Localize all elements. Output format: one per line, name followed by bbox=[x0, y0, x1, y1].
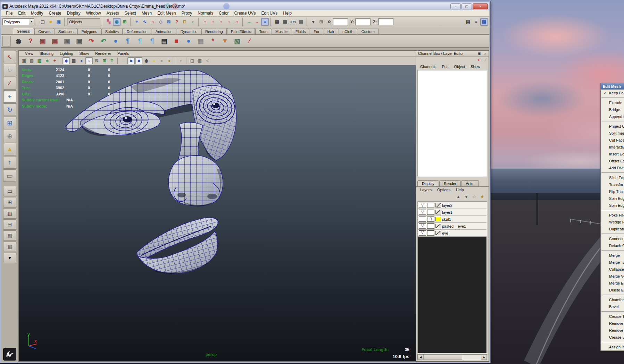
channel-box-header[interactable]: Channel Box / Layer Editor ▣ × bbox=[416, 51, 489, 57]
layer-visibility-toggle[interactable]: V bbox=[419, 230, 426, 236]
layout-persp-graph-alt[interactable]: ▧ bbox=[3, 242, 16, 252]
close-button[interactable]: × bbox=[473, 3, 488, 9]
title-bar[interactable]: ◉ Autodesk Maya 2012 x64: C:\Users\SKYMA… bbox=[1, 2, 489, 10]
scrollbar-thumb[interactable] bbox=[424, 355, 462, 360]
frame-all-icon[interactable]: ▢ bbox=[189, 57, 196, 64]
snap-projected-button[interactable]: ◇ bbox=[157, 18, 165, 26]
layer-tab-display[interactable]: Display bbox=[417, 180, 439, 186]
toolbar-group-separator[interactable] bbox=[35, 18, 38, 26]
layer-editor-menu-options[interactable]: Options bbox=[434, 187, 453, 192]
coord-y-field[interactable] bbox=[355, 18, 371, 25]
help-line-button[interactable]: ? bbox=[173, 18, 181, 26]
layer-list-scrollbar[interactable]: ◀ ▶ bbox=[417, 354, 487, 360]
magnet-grid-button[interactable]: ∩ bbox=[201, 18, 209, 26]
redo-arrow-icon[interactable]: ↷ bbox=[86, 35, 97, 46]
layer-playback-toggle[interactable] bbox=[427, 210, 434, 215]
lasso-select-tool[interactable]: ◌ bbox=[3, 64, 16, 76]
menu-proxy[interactable]: Proxy bbox=[179, 10, 195, 16]
magnet-plane-button[interactable]: ∩ bbox=[225, 18, 233, 26]
film-gate-icon[interactable]: ▦ bbox=[70, 57, 77, 64]
scale-tool[interactable]: ⊞ bbox=[3, 117, 16, 129]
layer-editor-menu-layers[interactable]: Layers bbox=[417, 187, 434, 192]
layer-color-swatch[interactable] bbox=[435, 217, 441, 221]
shelf-tab-ncloth[interactable]: nCloth bbox=[339, 28, 357, 34]
layer-tab-anim[interactable]: Anim bbox=[461, 180, 479, 186]
select-tool[interactable]: ↖ bbox=[3, 51, 16, 63]
snap-curve-button[interactable]: ∿ bbox=[141, 18, 149, 26]
edit-mesh-item-wedge-f[interactable]: Wedge F bbox=[601, 219, 624, 226]
channel-box-menu-edit[interactable]: Edit bbox=[439, 64, 451, 69]
grey-ball-icon[interactable]: ● bbox=[158, 57, 165, 64]
edit-mesh-item-flip-trian[interactable]: Flip Trian bbox=[601, 188, 624, 195]
texture-toggle-icon[interactable]: T bbox=[108, 57, 116, 64]
perspective-viewport[interactable]: Verts:212400Edges:412300Faces:200100Tris… bbox=[19, 65, 416, 361]
close-pane-button[interactable]: × bbox=[483, 52, 488, 56]
menu-normals[interactable]: Normals bbox=[195, 10, 216, 16]
edit-mesh-item-append-t[interactable]: Append t bbox=[601, 113, 624, 120]
sphere-cube-icon[interactable]: ● bbox=[183, 35, 194, 46]
film-reel-icon[interactable]: ◉ bbox=[13, 35, 24, 46]
layer-playback-toggle[interactable] bbox=[427, 230, 434, 236]
magnet-view-button[interactable]: ∩ bbox=[233, 18, 241, 26]
shaded-sphere-icon[interactable]: ● bbox=[78, 57, 85, 64]
wireframe-circle-icon[interactable]: ○ bbox=[85, 57, 93, 64]
new-layer-from-selected-icon[interactable]: ★ bbox=[479, 194, 486, 200]
toolbar-group-separator[interactable] bbox=[270, 18, 272, 26]
quick-rig-dropdown[interactable]: ▾ bbox=[309, 18, 317, 26]
lattice-cube-icon[interactable]: ▦ bbox=[195, 35, 206, 46]
checker-sphere-icon[interactable]: ◉ bbox=[143, 57, 150, 64]
edit-mesh-item-extrude[interactable]: Extrude bbox=[601, 99, 624, 106]
edit-mesh-item-crease-t[interactable]: Crease T bbox=[601, 313, 624, 320]
grid-toggle-icon[interactable]: ◆ bbox=[63, 57, 70, 64]
edit-mesh-item-add-divis[interactable]: Add Divis bbox=[601, 164, 624, 171]
layer-visibility-toggle[interactable] bbox=[419, 217, 426, 222]
layer-row-pasted__eye1[interactable]: Vpasted__eye1 bbox=[418, 223, 486, 230]
edit-mesh-item-delete-ed[interactable]: Delete Ed bbox=[601, 287, 624, 294]
layout-single-persp[interactable]: ▭ bbox=[3, 186, 16, 196]
render-frame-button[interactable]: ▦ bbox=[273, 18, 281, 26]
camera-keyframe-icon[interactable]: ▣ bbox=[37, 35, 48, 46]
edit-mesh-item-keep-fac[interactable]: ✓Keep Fac bbox=[601, 90, 624, 96]
edit-mesh-item-bridge[interactable]: Bridge bbox=[601, 106, 624, 113]
edit-mesh-item-crease-s[interactable]: Crease S bbox=[601, 334, 624, 341]
edit-mesh-item-interactiv[interactable]: Interactiv bbox=[601, 144, 624, 151]
menu-color[interactable]: Color bbox=[216, 10, 232, 16]
menu-file[interactable]: File bbox=[3, 10, 15, 16]
toolbar-group-separator[interactable] bbox=[198, 18, 200, 26]
layer-visibility-toggle[interactable]: V bbox=[419, 203, 426, 208]
tool-settings-toggle[interactable]: ≡ bbox=[472, 18, 480, 26]
menu-edit-mesh[interactable]: Edit Mesh bbox=[155, 10, 178, 16]
layout-persp-outliner[interactable]: ▥ bbox=[3, 208, 16, 219]
script-editor-icon[interactable]: ▤ bbox=[159, 35, 170, 46]
move-tool[interactable]: + bbox=[3, 90, 16, 103]
universal-manipulator-tool[interactable]: ⊕ bbox=[3, 130, 16, 142]
edit-mesh-item-remove[interactable]: Remove bbox=[601, 327, 624, 334]
menu-set-selector[interactable]: Polygons▼ bbox=[2, 18, 34, 25]
edit-mesh-item-merge-ed[interactable]: Merge Ed bbox=[601, 280, 624, 287]
edit-mesh-item-merge-ve[interactable]: Merge Ve bbox=[601, 273, 624, 280]
edit-mesh-item-spin-edg[interactable]: Spin Edg bbox=[601, 195, 624, 202]
shaded-cube-icon[interactable]: ■ bbox=[127, 57, 135, 64]
soft-modification-tool[interactable]: ▲ bbox=[3, 143, 16, 155]
scroll-left-arrow[interactable]: ◀ bbox=[418, 355, 424, 360]
menu-help[interactable]: Help bbox=[280, 10, 294, 16]
layer-row-skul1[interactable]: Rskul1 bbox=[418, 216, 486, 223]
panel-menu-lighting[interactable]: Lighting bbox=[57, 51, 76, 56]
coord-x-field[interactable] bbox=[333, 18, 348, 25]
layer-playback-toggle[interactable] bbox=[427, 203, 434, 208]
shelf-menu-handle[interactable] bbox=[2, 36, 11, 47]
shelf-tab-painteffects[interactable]: PaintEffects bbox=[227, 28, 255, 34]
channel-box-menu-channels[interactable]: Channels bbox=[417, 64, 439, 69]
snap-viewplane-button[interactable]: ⊠ bbox=[165, 18, 173, 26]
edit-mesh-item-offset-ed[interactable]: Offset Ed bbox=[601, 158, 624, 164]
shelf-tab-curves[interactable]: Curves bbox=[34, 28, 54, 34]
layer-color-swatch[interactable] bbox=[435, 231, 441, 235]
layout-hypershade-persp[interactable]: ▨ bbox=[3, 230, 16, 241]
select-component-button[interactable]: ⊞ bbox=[121, 18, 128, 26]
manip-slider-icon[interactable]: ∕ bbox=[485, 58, 486, 62]
select-object-button[interactable]: ◉ bbox=[113, 18, 120, 26]
panel-menu-view[interactable]: View bbox=[22, 51, 36, 56]
edit-mesh-item-slide-edg[interactable]: Slide Edg bbox=[601, 174, 624, 181]
share-view-icon[interactable]: < bbox=[204, 57, 211, 64]
face-model-wireframe[interactable] bbox=[19, 65, 415, 361]
